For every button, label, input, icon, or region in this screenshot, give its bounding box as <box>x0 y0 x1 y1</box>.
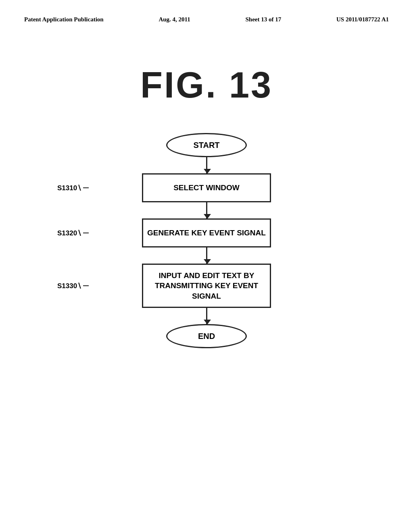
step-box-1320: GENERATE KEY EVENT SIGNAL <box>142 218 271 247</box>
start-node: START <box>166 133 247 157</box>
arrow-3 <box>206 247 207 264</box>
step-label-1320: S1320∖ <box>57 229 81 237</box>
step-box-1330: INPUT AND EDIT TEXT BYTRANSMITTING KEY E… <box>142 264 271 308</box>
step-text-1330: INPUT AND EDIT TEXT BYTRANSMITTING KEY E… <box>155 270 258 301</box>
arrow-1 <box>206 157 207 173</box>
step-row-1310: S1310∖ SELECT WINDOW <box>142 173 271 202</box>
header-sheet: Sheet 13 of 17 <box>245 16 281 23</box>
header: Patent Application Publication Aug. 4, 2… <box>24 16 389 23</box>
flowchart: START S1310∖ SELECT WINDOW S1320∖ GENERA… <box>0 133 413 348</box>
step-text-1320: GENERATE KEY EVENT SIGNAL <box>147 229 266 237</box>
step-text-1310: SELECT WINDOW <box>173 183 240 192</box>
arrow-4 <box>206 308 207 324</box>
header-publication: Patent Application Publication <box>24 16 104 23</box>
step-row-1320: S1320∖ GENERATE KEY EVENT SIGNAL <box>142 218 271 247</box>
page: Patent Application Publication Aug. 4, 2… <box>0 0 413 532</box>
step-box-1310: SELECT WINDOW <box>142 173 271 202</box>
end-label: END <box>198 332 215 341</box>
step-label-1310: S1310∖ <box>57 184 81 192</box>
header-patent-number: US 2011/0187722 A1 <box>336 16 389 23</box>
arrow-2 <box>206 202 207 218</box>
end-node: END <box>166 324 247 348</box>
step-label-1330: S1330∖ <box>57 282 81 290</box>
figure-title: FIG. 13 <box>0 64 413 106</box>
header-date: Aug. 4, 2011 <box>159 16 190 23</box>
step-row-1330: S1330∖ INPUT AND EDIT TEXT BYTRANSMITTIN… <box>142 264 271 308</box>
start-label: START <box>193 141 219 150</box>
